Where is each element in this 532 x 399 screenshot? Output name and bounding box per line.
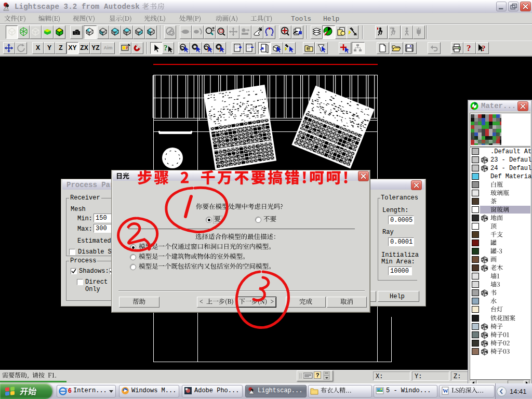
svg-text:W: W — [443, 388, 448, 394]
